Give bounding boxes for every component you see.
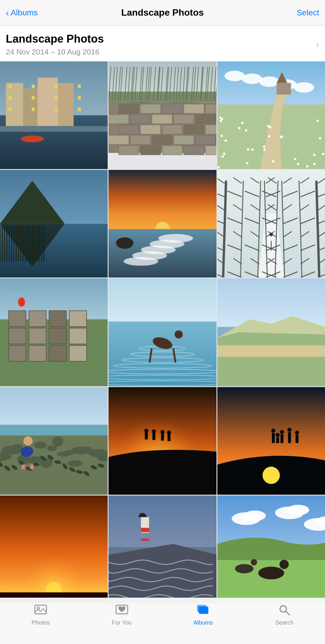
album-header-info: Landscape Photos 24 Nov 2014 – 10 Aug 20… — [6, 32, 104, 57]
photo-cell[interactable] — [0, 170, 108, 277]
photo-cell[interactable] — [217, 278, 325, 386]
photo-cell[interactable] — [217, 496, 325, 603]
album-header[interactable]: Landscape Photos 24 Nov 2014 – 10 Aug 20… — [0, 26, 325, 61]
photo-thumbnail — [0, 61, 108, 169]
album-title: Landscape Photos — [6, 32, 104, 46]
photo-thumbnail — [217, 278, 325, 386]
tab-albums[interactable]: Albums — [162, 603, 244, 626]
photo-cell[interactable] — [0, 496, 108, 603]
photo-thumbnail — [217, 496, 325, 603]
photo-cell[interactable] — [217, 61, 325, 169]
photo-cell[interactable] — [109, 387, 216, 495]
albums-icon — [195, 603, 211, 617]
svg-line-7 — [286, 611, 290, 615]
photo-thumbnail — [109, 496, 216, 603]
tab-albums-label: Albums — [194, 619, 213, 626]
svg-rect-5 — [197, 605, 206, 612]
photo-cell[interactable] — [0, 278, 108, 386]
photo-cell[interactable] — [217, 387, 325, 495]
photo-cell[interactable] — [109, 278, 216, 386]
photo-thumbnail — [217, 170, 325, 277]
svg-rect-0 — [35, 605, 46, 614]
tab-for-you-label: For You — [112, 619, 132, 626]
photo-cell[interactable] — [109, 496, 216, 603]
photo-cell[interactable] — [217, 170, 325, 277]
photo-grid — [0, 61, 325, 603]
photo-thumbnail — [0, 278, 108, 386]
select-button[interactable]: Select — [297, 8, 319, 17]
tab-search[interactable]: Search — [244, 603, 325, 626]
photo-thumbnail — [0, 170, 108, 277]
back-button[interactable]: ‹ Albums — [6, 8, 38, 17]
svg-point-1 — [37, 607, 39, 609]
tab-search-label: Search — [275, 619, 293, 626]
photo-thumbnail — [217, 61, 325, 169]
search-icon — [276, 603, 292, 617]
album-date-range: 24 Nov 2014 – 10 Aug 2016 — [6, 48, 104, 57]
nav-bar: ‹ Albums Landscape Photos Select — [0, 0, 325, 26]
photo-thumbnail — [109, 170, 216, 277]
photo-thumbnail — [0, 496, 108, 603]
back-chevron-icon: ‹ — [6, 8, 9, 17]
photo-thumbnail — [217, 387, 325, 495]
tab-photos[interactable]: Photos — [0, 603, 81, 626]
photo-icon — [32, 603, 49, 617]
heart-photo-icon — [114, 603, 130, 617]
photo-cell[interactable] — [109, 61, 216, 169]
photo-cell[interactable] — [0, 61, 108, 169]
tab-photos-label: Photos — [32, 619, 50, 626]
photo-thumbnail — [109, 278, 216, 386]
photo-thumbnail — [109, 387, 216, 495]
tab-bar: Photos For You Albums S — [0, 598, 325, 644]
photo-thumbnail — [109, 61, 216, 169]
photo-cell[interactable] — [0, 387, 108, 495]
photo-cell[interactable] — [109, 170, 216, 277]
nav-title: Landscape Photos — [121, 7, 204, 18]
photo-thumbnail — [0, 387, 108, 495]
back-label: Albums — [11, 8, 38, 17]
tab-for-you[interactable]: For You — [81, 603, 162, 626]
header-chevron-icon: › — [316, 38, 319, 50]
